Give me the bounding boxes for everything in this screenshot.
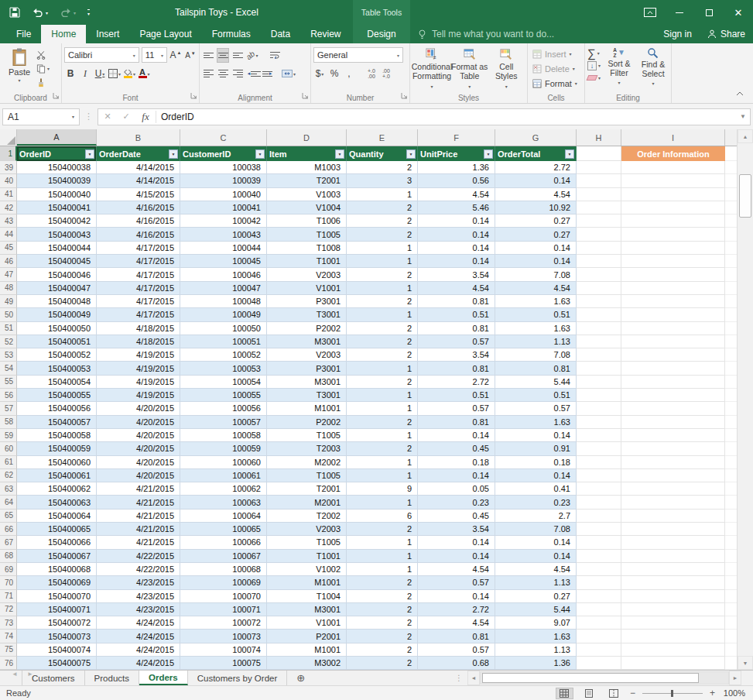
orientation-button[interactable]: ab▾	[246, 48, 258, 63]
column-header-d[interactable]: D	[267, 129, 347, 146]
row-number[interactable]: 46	[0, 255, 17, 268]
column-header-b[interactable]: B	[97, 129, 180, 146]
cell[interactable]: 4/20/2015	[97, 429, 180, 442]
cell[interactable]	[577, 322, 621, 335]
cell[interactable]	[577, 429, 621, 442]
cell[interactable]: 4/21/2015	[97, 523, 180, 536]
row-number[interactable]: 62	[0, 469, 17, 482]
cell[interactable]: 150400074	[17, 643, 97, 657]
comma-style-button[interactable]: ,	[343, 67, 355, 81]
cell[interactable]	[577, 442, 621, 455]
cell[interactable]: 150400045	[17, 255, 97, 268]
cell[interactable]	[621, 496, 725, 509]
cell[interactable]: 0.81	[418, 630, 495, 643]
cell[interactable]: 100061	[180, 469, 267, 482]
cell[interactable]: 2	[347, 348, 418, 362]
cell[interactable]: 4/18/2015	[97, 322, 180, 335]
cell[interactable]: 4/23/2015	[97, 576, 180, 589]
cell[interactable]: 100075	[180, 657, 267, 670]
cell[interactable]: 150400044	[17, 242, 97, 255]
alignment-dialog-launcher-icon[interactable]	[302, 91, 309, 101]
cell[interactable]: 100070	[180, 590, 267, 603]
cell[interactable]: 4/16/2015	[97, 228, 180, 241]
cell[interactable]: 150400051	[17, 335, 97, 348]
cell[interactable]: 100044	[180, 242, 267, 255]
cell[interactable]: 100058	[180, 429, 267, 442]
borders-button[interactable]: ▾	[108, 67, 121, 81]
cell[interactable]: 4/18/2015	[97, 335, 180, 348]
cell-h1[interactable]	[577, 146, 621, 161]
cell[interactable]: 100047	[180, 282, 267, 295]
cell[interactable]: 0.14	[495, 174, 577, 187]
cell[interactable]: 1	[347, 255, 418, 268]
cell[interactable]	[621, 201, 725, 214]
cell[interactable]: 0.18	[495, 456, 577, 469]
cell[interactable]: 0.14	[418, 590, 495, 603]
cell[interactable]: M3001	[267, 603, 347, 616]
cell[interactable]: 0.81	[495, 362, 577, 375]
cell[interactable]	[621, 362, 725, 375]
cell[interactable]	[621, 576, 725, 589]
cell[interactable]: 150400041	[17, 201, 97, 214]
cell[interactable]: 0.81	[418, 362, 495, 375]
new-sheet-button[interactable]: ⊕	[296, 671, 305, 685]
cell[interactable]: 0.23	[495, 496, 577, 509]
cell[interactable]	[621, 308, 725, 321]
cell[interactable]: T1001	[267, 550, 347, 563]
cell[interactable]: 2	[347, 335, 418, 348]
row-number[interactable]: 55	[0, 376, 17, 389]
cell[interactable]	[577, 456, 621, 469]
cell[interactable]: 4/23/2015	[97, 590, 180, 603]
formula-bar-grip-icon[interactable]: ⋮	[83, 112, 94, 122]
cell[interactable]: 100046	[180, 268, 267, 281]
cell[interactable]: 0.51	[418, 308, 495, 321]
cell[interactable]: 150400070	[17, 590, 97, 603]
cell[interactable]	[577, 630, 621, 643]
tell-me-box[interactable]: Tell me what you want to do...	[418, 25, 554, 43]
cell[interactable]	[621, 442, 725, 455]
cell[interactable]	[621, 402, 725, 415]
close-button[interactable]: ✕	[724, 0, 753, 25]
cell[interactable]: T1006	[267, 214, 347, 228]
filter-dropdown-icon[interactable]: ▼	[85, 149, 94, 159]
cell[interactable]: 150400038	[17, 161, 97, 174]
cell[interactable]: 100063	[180, 496, 267, 509]
cell[interactable]	[621, 590, 725, 603]
cell[interactable]	[577, 523, 621, 536]
vertical-scrollbar-thumb[interactable]	[739, 174, 751, 218]
cell[interactable]	[621, 214, 725, 228]
cell[interactable]	[621, 657, 725, 670]
cell[interactable]: M3001	[267, 335, 347, 348]
minimize-button[interactable]	[665, 0, 694, 25]
cell[interactable]: 4/17/2015	[97, 255, 180, 268]
sheet-nav-right-icon[interactable]: ►	[23, 671, 37, 678]
cell[interactable]: 0.81	[418, 322, 495, 335]
row-number[interactable]: 64	[0, 496, 17, 509]
cell[interactable]: 100045	[180, 255, 267, 268]
merge-center-button[interactable]: ▾	[282, 67, 296, 81]
cell[interactable]	[621, 536, 725, 549]
cell[interactable]: 0.18	[418, 456, 495, 469]
cell[interactable]: 0.51	[418, 389, 495, 402]
cell[interactable]: 150400048	[17, 295, 97, 308]
cell[interactable]: 150400056	[17, 402, 97, 415]
cell[interactable]: 150400058	[17, 429, 97, 442]
cell[interactable]: 3.54	[418, 268, 495, 281]
cell[interactable]: 2	[347, 590, 418, 603]
cell[interactable]: T1008	[267, 242, 347, 255]
vertical-scrollbar[interactable]: ▲ ▼	[737, 129, 753, 670]
cell[interactable]	[577, 643, 621, 657]
zoom-slider[interactable]	[642, 693, 703, 694]
cell[interactable]: 100055	[180, 389, 267, 402]
row-number[interactable]: 49	[0, 295, 17, 308]
cell[interactable]: M2001	[267, 496, 347, 509]
cell[interactable]: 2	[347, 161, 418, 174]
column-header-g[interactable]: G	[495, 129, 577, 146]
cell[interactable]	[577, 308, 621, 321]
number-format-combo[interactable]: General▾	[313, 47, 403, 63]
cell[interactable]: 1	[347, 362, 418, 375]
row-number[interactable]: 56	[0, 389, 17, 402]
row-number[interactable]: 50	[0, 308, 17, 321]
cell[interactable]	[621, 523, 725, 536]
cell[interactable]: 0.81	[418, 416, 495, 429]
